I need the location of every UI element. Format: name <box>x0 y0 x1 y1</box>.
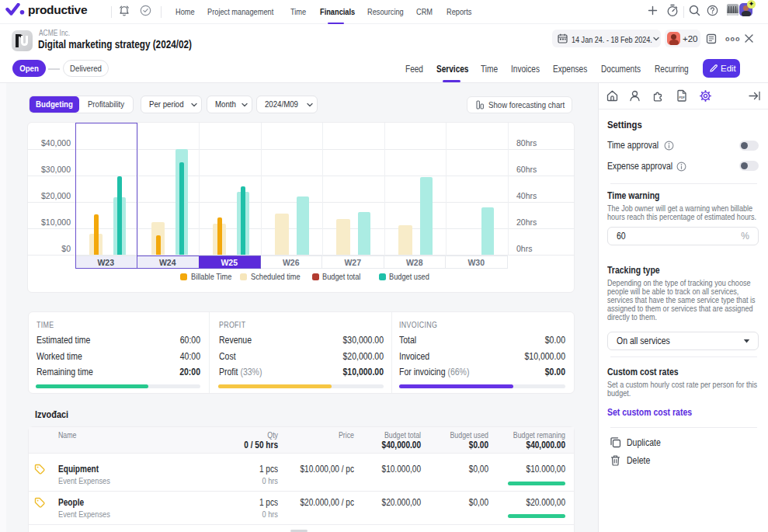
svg-text:PDF: PDF <box>679 96 686 99</box>
